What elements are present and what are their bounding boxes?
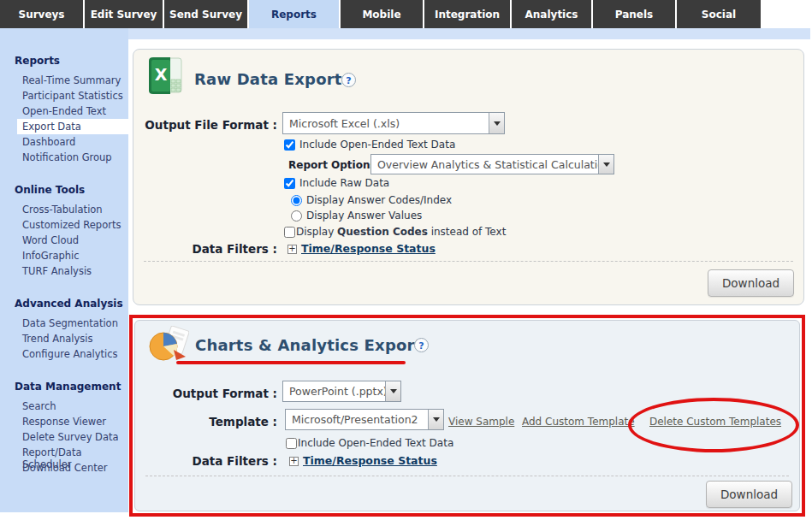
sidebar-section-online-tools: Online Tools Cross-Tabulation Customized… — [0, 184, 128, 279]
sidebar-item-infographic[interactable]: InfoGraphic — [0, 248, 128, 263]
help-icon[interactable]: ? — [414, 338, 429, 352]
sidebar-item-response-viewer[interactable]: Response Viewer — [0, 414, 128, 429]
top-navigation: Surveys Edit Survey Send Survey Reports … — [0, 0, 812, 28]
include-open-ended-row: Include Open-Ended Text Data — [284, 139, 455, 151]
include-open-ended-row: Include Open-Ended Text Data — [286, 437, 453, 449]
pie-chart-icon — [148, 326, 189, 363]
sidebar-item-customized-reports[interactable]: Customized Reports — [0, 217, 128, 233]
include-open-ended-label: Include Open-Ended Text Data — [299, 139, 455, 151]
chevron-down-icon — [428, 410, 443, 429]
include-open-ended-checkbox[interactable] — [284, 139, 295, 151]
answer-codes-radio[interactable] — [291, 195, 302, 206]
tab-social[interactable]: Social — [677, 0, 761, 28]
chevron-down-icon — [385, 381, 400, 401]
sidebar-item-configure-analytics[interactable]: Configure Analytics — [0, 346, 128, 362]
answer-values-label: Display Answer Values — [306, 210, 422, 222]
output-format-label: Output Format : — [135, 387, 277, 400]
include-open-ended-checkbox[interactable] — [286, 438, 297, 449]
sidebar-section-title: Reports — [15, 55, 128, 67]
tab-reports[interactable]: Reports — [249, 0, 339, 28]
download-button[interactable]: Download — [706, 481, 792, 508]
sidebar-item-notification-group[interactable]: Notification Group — [0, 150, 128, 165]
include-raw-data-checkbox[interactable] — [284, 178, 295, 189]
data-filters-label: Data Filters : — [135, 454, 277, 468]
tab-panels[interactable]: Panels — [593, 0, 675, 28]
sidebar-item-export-data[interactable]: Export Data — [17, 119, 128, 134]
template-select[interactable]: Microsoft/Presentation2 — [285, 409, 444, 430]
sidebar-section-title: Advanced Analysis — [15, 298, 128, 310]
time-response-status-link[interactable]: Time/Response Status — [301, 242, 436, 255]
output-format-select[interactable]: PowerPoint (.pptx) — [282, 381, 401, 402]
sidebar-item-search[interactable]: Search — [0, 399, 128, 414]
tab-analytics[interactable]: Analytics — [512, 0, 591, 28]
page: Surveys Edit Survey Send Survey Reports … — [0, 0, 812, 520]
report-options-select[interactable]: Overview Analytics & Statistical Calcula… — [370, 154, 614, 174]
annotation-red-underline — [176, 361, 406, 364]
panel-title: Charts & Analytics Export — [195, 336, 422, 354]
panel-title: Raw Data Export — [194, 70, 342, 88]
answer-values-radio[interactable] — [291, 210, 302, 222]
output-file-format-select[interactable]: Microsoft Excel (.xls) — [282, 112, 505, 134]
sidebar-section-data-management: Data Management Search Response Viewer D… — [0, 381, 128, 476]
output-format-value: PowerPoint (.pptx) — [283, 385, 385, 398]
expand-plus-icon[interactable]: + — [287, 245, 297, 254]
divider — [145, 476, 789, 476]
sidebar-section-reports: Reports Real-Time Summary Participant St… — [0, 55, 128, 165]
view-sample-link[interactable]: View Sample — [448, 416, 514, 428]
sidebar-item-open-ended-text[interactable]: Open-Ended Text — [0, 103, 128, 119]
sidebar: Reports Real-Time Summary Participant St… — [0, 28, 128, 512]
add-custom-template-link[interactable]: Add Custom Template — [522, 416, 635, 428]
output-file-format-value: Microsoft Excel (.xls) — [283, 117, 489, 130]
sidebar-section-title: Data Management — [15, 381, 128, 393]
include-raw-data-label: Include Raw Data — [299, 177, 389, 189]
tab-surveys[interactable]: Surveys — [0, 0, 83, 28]
tab-integration[interactable]: Integration — [424, 0, 510, 28]
chevron-down-icon — [489, 113, 504, 133]
report-options-value: Overview Analytics & Statistical Calcula… — [371, 158, 598, 171]
sidebar-item-word-cloud[interactable]: Word Cloud — [0, 233, 128, 248]
sidebar-item-trend-analysis[interactable]: Trend Analysis — [0, 331, 128, 346]
expand-plus-icon[interactable]: + — [289, 457, 299, 466]
sidebar-item-report-data-scheduler[interactable]: Report/Data Scheduler — [0, 445, 128, 460]
output-file-format-label: Output File Format : — [133, 118, 277, 132]
sidebar-item-cross-tabulation[interactable]: Cross-Tabulation — [0, 202, 128, 217]
question-codes-checkbox[interactable] — [284, 227, 295, 238]
svg-text:X: X — [155, 65, 168, 84]
answer-values-radio-row: Display Answer Values — [291, 210, 422, 222]
tab-edit-survey[interactable]: Edit Survey — [85, 0, 163, 28]
question-codes-row: Display Question Codes instead of Text — [284, 226, 506, 238]
download-button[interactable]: Download — [708, 269, 794, 297]
raw-data-export-panel: X Raw Data Export ? Output File Format :… — [133, 49, 804, 305]
chevron-down-icon — [598, 155, 613, 174]
time-response-status-link[interactable]: Time/Response Status — [303, 454, 437, 467]
sidebar-item-real-time-summary[interactable]: Real-Time Summary — [0, 73, 128, 88]
excel-icon: X — [145, 56, 185, 96]
data-filters-label: Data Filters : — [133, 242, 277, 256]
tab-send-survey[interactable]: Send Survey — [164, 0, 247, 28]
report-options-label: Report Options: — [288, 159, 380, 171]
tab-mobile[interactable]: Mobile — [341, 0, 423, 28]
sidebar-section-title: Online Tools — [15, 184, 128, 196]
sidebar-item-dashboard[interactable]: Dashboard — [0, 134, 128, 150]
sidebar-section-advanced-analysis: Advanced Analysis Data Segmentation Tren… — [0, 298, 128, 362]
annotation-red-box: Charts & Analytics Export ? Output Forma… — [129, 315, 805, 517]
template-value: Microsoft/Presentation2 — [286, 413, 428, 426]
divider — [144, 261, 793, 262]
sidebar-item-turf-analysis[interactable]: TURF Analysis — [0, 263, 128, 279]
sidebar-item-delete-survey-data[interactable]: Delete Survey Data — [0, 429, 128, 445]
help-icon[interactable]: ? — [341, 73, 356, 87]
include-raw-data-row: Include Raw Data — [284, 177, 389, 189]
answer-codes-label: Display Answer Codes/Index — [306, 194, 452, 206]
sidebar-item-download-center[interactable]: Download Center — [0, 460, 128, 476]
charts-analytics-export-panel: Charts & Analytics Export ? Output Forma… — [134, 320, 800, 511]
template-label: Template : — [135, 415, 277, 428]
sidebar-item-data-segmentation[interactable]: Data Segmentation — [0, 316, 128, 331]
sidebar-item-participant-statistics[interactable]: Participant Statistics — [0, 88, 128, 103]
annotation-red-ellipse — [628, 398, 799, 452]
answer-codes-radio-row: Display Answer Codes/Index — [291, 194, 452, 206]
include-open-ended-label: Include Open-Ended Text Data — [298, 437, 453, 449]
question-codes-label: Display Question Codes instead of Text — [296, 226, 506, 238]
